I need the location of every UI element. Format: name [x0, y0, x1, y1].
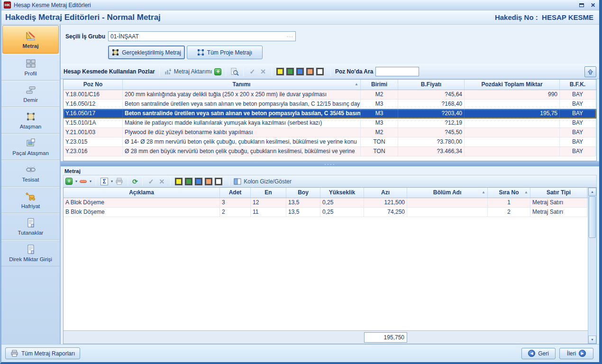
cell[interactable]: Ø 14- Ø 28 mm nervürlü beton çelik çubuğ… — [123, 137, 361, 147]
column-header-4[interactable]: Pozdaki Toplam Miktar — [465, 80, 560, 90]
cell[interactable]: BAY — [560, 147, 596, 156]
color-filter-yellow[interactable] — [175, 178, 182, 185]
column-header-2[interactable]: Birimi — [361, 80, 398, 90]
scroll-down-icon[interactable]: ▼ — [588, 336, 596, 344]
sidebar-item-demir[interactable]: Demir — [1, 81, 60, 107]
sum-dropdown-icon[interactable]: ▾ — [111, 179, 113, 183]
cell[interactable] — [465, 147, 560, 156]
sidebar-item-profil[interactable]: Profil — [1, 54, 60, 81]
restore-icon[interactable] — [579, 3, 584, 7]
cell[interactable]: BAY — [560, 90, 596, 100]
cell[interactable]: BAY — [560, 118, 596, 128]
cell[interactable]: Y.16.050/12 — [64, 100, 123, 109]
column-header-5[interactable]: B.F.K. — [560, 80, 596, 90]
close-icon[interactable]: ✕ — [591, 3, 595, 8]
realized-metraj-button[interactable]: Gerçekleştirilmiş Metraj — [108, 46, 185, 59]
cell[interactable]: Ø 28 mm den büyük nervürlü beton çelik ç… — [123, 147, 361, 156]
cell[interactable]: ?203,40 — [398, 109, 465, 118]
cell[interactable]: ?3.466,34 — [398, 147, 465, 156]
color-filter-white[interactable] — [316, 68, 324, 75]
cell[interactable]: Y.18.001/C16 — [64, 90, 123, 100]
cell[interactable]: BAY — [560, 100, 596, 109]
color-filter-green[interactable] — [286, 68, 294, 75]
table-row[interactable]: Y.23.016Ø 28 mm den büyük nervürlü beton… — [64, 147, 596, 156]
sidebar-item-metraj[interactable]: Metraj — [2, 25, 59, 54]
table-row[interactable]: Y.16.050/17Beton santralinde üretilen ve… — [64, 109, 596, 118]
cell[interactable]: 13,5 — [286, 198, 320, 208]
toggle-columns-label[interactable]: Kolon Gizle/Göster — [244, 178, 292, 185]
cell[interactable]: 2 — [220, 208, 251, 217]
cell[interactable]: A Blok Döşeme — [64, 198, 220, 208]
all-project-metraj-button[interactable]: Tüm Proje Metrajı — [187, 46, 263, 59]
add-row-dropdown-icon[interactable]: ▾ — [75, 179, 77, 183]
cell[interactable]: Metraj Satırı — [530, 198, 587, 208]
cell[interactable] — [465, 100, 560, 109]
table-row[interactable]: Y.23.015Ø 14- Ø 28 mm nervürlü beton çel… — [64, 137, 596, 147]
print-icon[interactable] — [115, 178, 123, 185]
cell[interactable]: Metraj Satırı — [530, 208, 587, 217]
add-icon[interactable]: + — [214, 68, 221, 75]
color-filter-green[interactable] — [185, 178, 192, 185]
browse-ellipsis-button[interactable]: ··· — [287, 34, 293, 39]
cell[interactable]: BAY — [560, 109, 596, 118]
cell[interactable]: 200 mm kalınlığında yatay delikli tuğla … — [123, 90, 361, 100]
collapse-up-button[interactable] — [584, 66, 596, 77]
cell[interactable]: 3 — [220, 198, 251, 208]
color-filter-orange[interactable] — [306, 68, 314, 75]
refresh-icon[interactable]: ⟳ — [132, 178, 138, 185]
cell[interactable]: Y.15.010/1A — [64, 118, 123, 128]
cell[interactable]: M2 — [361, 128, 398, 137]
color-filter-yellow[interactable] — [276, 68, 284, 75]
cell[interactable]: 121,500 — [364, 198, 407, 208]
remove-row-icon[interactable] — [80, 180, 87, 183]
sidebar-item-pacal-atasman[interactable]: Paçal Ataşman — [1, 134, 60, 160]
sidebar-item-tesisat[interactable]: Tesisat — [1, 160, 60, 187]
cell[interactable]: Y.21.001/03 — [64, 128, 123, 137]
cell[interactable] — [465, 137, 560, 147]
cell[interactable] — [407, 208, 488, 217]
color-filter-blue[interactable] — [296, 68, 304, 75]
cell[interactable] — [465, 128, 560, 137]
cell[interactable]: 990 — [465, 90, 560, 100]
cell[interactable]: Beton santralinde üretilen veya satın al… — [123, 100, 361, 109]
column-header-7[interactable]: Sıra No▲ — [488, 188, 530, 198]
cell[interactable]: Plywood ile düz yüzeyli betonarme kalıbı… — [123, 128, 361, 137]
apply-check-icon[interactable]: ✓ — [248, 68, 256, 75]
column-header-2[interactable]: En — [251, 188, 286, 198]
color-filter-orange[interactable] — [205, 178, 212, 185]
column-header-0[interactable]: Açıklama — [64, 188, 220, 198]
cell[interactable]: TON — [361, 147, 398, 156]
color-filter-white[interactable] — [215, 178, 222, 185]
table-row[interactable]: A Blok Döşeme31213,50,25121,5001Metraj S… — [64, 198, 588, 208]
all-metraj-reports-button[interactable]: Tüm Metraj Raporları — [5, 347, 80, 359]
cell[interactable]: BAY — [560, 137, 596, 147]
sidebar-item-tutanaklar[interactable]: Tutanaklar — [1, 213, 60, 240]
cell[interactable]: B Blok Döşeme — [64, 208, 220, 217]
splitter-handle[interactable]: ∙∙∙∙ — [61, 161, 599, 166]
column-header-4[interactable]: Yükseklik — [320, 188, 364, 198]
cell[interactable]: ?45,50 — [398, 128, 465, 137]
scroll-thumb[interactable] — [589, 196, 596, 238]
cell[interactable]: M3 — [361, 109, 398, 118]
sum-sigma-icon[interactable]: Σ — [100, 178, 108, 185]
cell[interactable]: M2 — [361, 90, 398, 100]
cell[interactable]: ?45,64 — [398, 90, 465, 100]
cell[interactable]: 1 — [488, 198, 530, 208]
cell[interactable]: 195,75 — [465, 109, 560, 118]
table-row[interactable]: B Blok Döşeme21113,50,2574,2502Metraj Sa… — [64, 208, 588, 217]
cell[interactable]: Makine ile patlayıcı madde kullanılarak … — [123, 118, 361, 128]
table-row[interactable]: Y.18.001/C16200 mm kalınlığında yatay de… — [64, 90, 596, 100]
column-header-8[interactable]: Satır Tipi — [530, 188, 587, 198]
cell[interactable]: Y.23.016 — [64, 147, 123, 156]
next-button[interactable]: İleri ▶ — [559, 348, 593, 359]
cell[interactable]: M3 — [361, 118, 398, 128]
cell[interactable]: 12 — [251, 198, 286, 208]
cell[interactable]: 74,250 — [364, 208, 407, 217]
cell[interactable] — [407, 198, 488, 208]
column-header-1[interactable]: Tanımı▲ — [123, 80, 361, 90]
cell[interactable]: Y.23.015 — [64, 137, 123, 147]
column-header-6[interactable]: Bölüm Adı▲ — [407, 188, 488, 198]
cell[interactable]: Beton santralinde üretilen veya satın al… — [123, 109, 361, 118]
column-header-0[interactable]: Poz No — [64, 80, 123, 90]
cell[interactable]: BAY — [560, 128, 596, 137]
